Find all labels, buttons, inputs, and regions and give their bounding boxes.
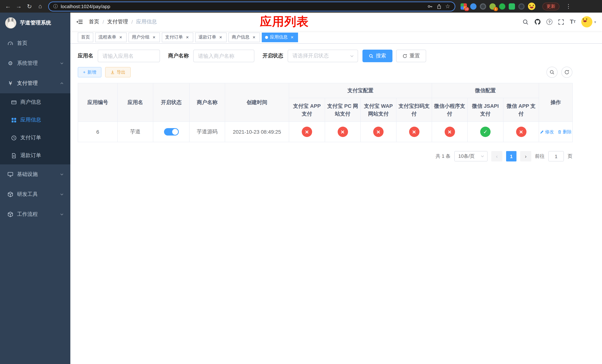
help-icon[interactable]: ? [547, 19, 552, 25]
extension-grid-icon[interactable]: 10 [461, 3, 467, 10]
merchant-name-input[interactable] [193, 50, 254, 62]
reset-button[interactable]: 重置 [396, 50, 426, 62]
sidebar-item-refund-order[interactable]: 退款订单 [0, 147, 70, 164]
extension-wechat-icon[interactable] [499, 3, 505, 10]
search-icon[interactable] [522, 19, 529, 25]
sidebar-collapse-button[interactable] [76, 19, 83, 25]
chevron-down-icon [60, 172, 64, 176]
app-name-label: 应用名 [78, 53, 93, 59]
export-button[interactable]: 导出 [105, 67, 131, 77]
delete-button[interactable]: 删除 [558, 129, 572, 135]
font-size-icon[interactable]: TT [570, 19, 576, 25]
search-button[interactable]: 搜索 [363, 50, 392, 62]
breadcrumb-home[interactable]: 首页 [89, 19, 99, 25]
page-title: 应用列表 [260, 14, 309, 30]
sidebar-item-app-info[interactable]: 应用信息 [0, 111, 70, 129]
grid-icon [11, 117, 17, 123]
sidebar-item-infra[interactable]: 基础设施 [0, 164, 70, 184]
close-icon[interactable]: × [185, 35, 190, 40]
tab-user-group[interactable]: 用户分组× [129, 32, 160, 42]
cell-alipay-pc [325, 122, 360, 142]
tab-home[interactable]: 首页 [78, 32, 93, 42]
cell-alipay-wap [360, 122, 396, 142]
status-select[interactable]: 请选择开启状态 [288, 50, 358, 62]
tab-label: 流程表单 [98, 34, 116, 40]
refresh-icon [564, 70, 570, 75]
tab-merchant-info[interactable]: 商户信息× [228, 32, 260, 42]
extension-drop-icon[interactable] [470, 3, 476, 10]
next-page-button[interactable]: › [520, 151, 531, 161]
app-logo-row[interactable]: 芋道管理系统 [0, 13, 70, 33]
tab-refund-order[interactable]: 退款订单× [195, 32, 226, 42]
browser-reload-button[interactable]: ↻ [24, 1, 34, 11]
browser-update-button[interactable]: 更新 [542, 2, 559, 10]
sidebar-item-payment[interactable]: ￥ 支付管理 [0, 73, 70, 93]
status-icon [337, 127, 348, 137]
user-avatar-menu[interactable]: ▾ [581, 16, 596, 27]
status-icon [409, 127, 419, 137]
bookmark-star-icon[interactable]: ☆ [445, 3, 450, 10]
fullscreen-icon[interactable] [558, 19, 564, 25]
close-icon[interactable]: × [290, 35, 295, 40]
add-button[interactable]: + 新增 [78, 67, 101, 77]
edit-button[interactable]: 修改 [540, 129, 554, 135]
sidebar-item-pay-order[interactable]: 支付订单 [0, 129, 70, 147]
sidebar-item-dev-tools[interactable]: 研发工具 [0, 184, 70, 204]
dashboard-icon [7, 40, 13, 46]
browser-menu-icon[interactable]: ⋮ [566, 3, 571, 10]
goto-page-input[interactable] [548, 151, 564, 161]
browser-home-button[interactable]: ⌂ [35, 1, 45, 11]
browser-back-button[interactable]: ← [3, 1, 13, 11]
app-title: 芋道管理系统 [20, 20, 51, 26]
status-toggle[interactable] [164, 128, 179, 136]
extension-note-icon[interactable] [509, 3, 515, 10]
password-key-icon[interactable] [427, 3, 433, 9]
sidebar-item-label: 支付订单 [20, 134, 64, 141]
toggle-search-button[interactable] [547, 67, 558, 78]
tab-label: 支付订单 [165, 34, 183, 40]
app-table: 应用编号 应用名 开启状态 商户名称 创建时间 支付宝配置 微信配置 操作 支付… [78, 83, 573, 142]
close-icon[interactable]: × [151, 35, 157, 40]
breadcrumb-separator: / [131, 19, 133, 25]
sidebar-item-label: 退款订单 [20, 152, 64, 159]
share-icon[interactable] [436, 3, 441, 9]
page-content: 应用名 商户名称 开启状态 请选择开启状态 搜索 [70, 44, 602, 364]
extension-profile-icon[interactable]: 1 [489, 3, 496, 10]
cell-status [153, 122, 189, 142]
trash-icon [558, 130, 562, 134]
hamburger-icon [76, 19, 83, 25]
sidebar-item-workflow[interactable]: 工作流程 [0, 204, 70, 225]
app-name-input[interactable] [98, 50, 160, 62]
extension-puzzle-icon[interactable] [518, 3, 525, 10]
tab-label: 应用信息 [270, 34, 288, 40]
tab-app-info[interactable]: 应用信息× [262, 32, 298, 42]
box-icon [7, 192, 13, 197]
breadcrumb-payment[interactable]: 支付管理 [107, 19, 128, 25]
browser-forward-button[interactable]: → [14, 1, 24, 11]
tab-label: 首页 [81, 34, 90, 40]
tab-pay-order[interactable]: 支付订单× [162, 32, 193, 42]
cell-wechat-app [503, 122, 539, 142]
profile-avatar-icon[interactable] [528, 3, 535, 10]
chevron-down-icon [350, 54, 354, 58]
github-icon[interactable] [534, 19, 541, 25]
sidebar-item-merchant-info[interactable]: 商户信息 [0, 93, 70, 111]
refresh-table-button[interactable] [561, 67, 572, 78]
sidebar-item-home[interactable]: 首页 [0, 33, 70, 53]
site-info-icon[interactable]: ⓘ [53, 3, 58, 10]
address-bar[interactable]: ⓘ localhost:1024/pay/app ☆ [48, 1, 455, 11]
avatar [581, 16, 592, 27]
close-icon[interactable]: × [118, 35, 123, 40]
status-icon [373, 127, 384, 137]
close-icon[interactable]: × [218, 35, 223, 40]
extension-dark-icon[interactable] [480, 3, 486, 10]
prev-page-button[interactable]: ‹ [491, 151, 502, 161]
pagination-total: 共 1 条 [436, 153, 451, 160]
page-size-select[interactable]: 10条/页 [454, 151, 488, 161]
close-icon[interactable]: × [251, 35, 257, 40]
col-created: 创建时间 [225, 83, 289, 122]
tab-process-form[interactable]: 流程表单× [95, 32, 127, 42]
col-alipay-app: 支付宝 APP 支付 [289, 98, 325, 122]
sidebar-item-system[interactable]: ⚙ 系统管理 [0, 53, 70, 73]
page-number-button[interactable]: 1 [506, 151, 516, 161]
